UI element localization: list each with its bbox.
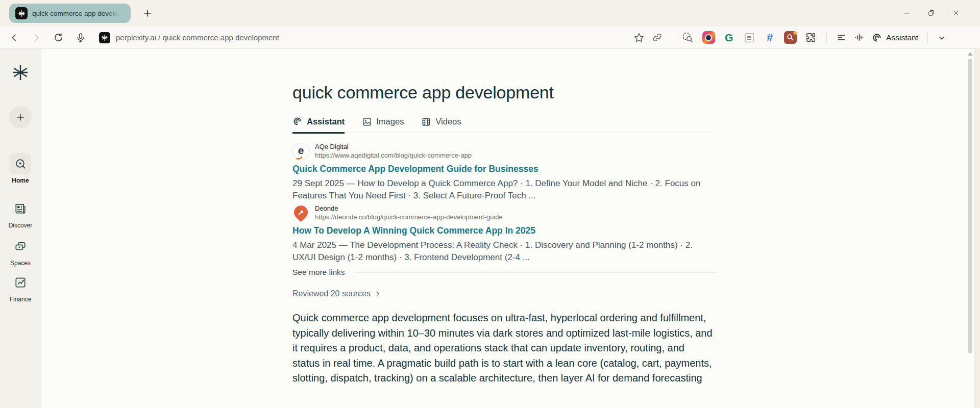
sidebar-item-spaces[interactable]: Spaces (0, 236, 41, 267)
nav-buttons (0, 32, 86, 43)
menu-lines-icon[interactable] (836, 32, 847, 43)
puzzle-extensions-icon[interactable] (804, 31, 817, 44)
search-home-icon (10, 153, 31, 174)
answer-text: Quick commerce app development focuses o… (292, 311, 713, 386)
result-site-name: AQe Digital (315, 143, 472, 151)
scrollbar-up-arrow-icon[interactable] (968, 52, 973, 56)
seo-extension-icon[interactable]: ★ (783, 31, 797, 44)
result-site-name: Deonde (315, 205, 503, 213)
scrollbar[interactable] (967, 50, 973, 408)
window-controls (894, 2, 968, 23)
mic-icon[interactable] (76, 33, 86, 43)
divider (354, 272, 718, 273)
bookmark-star-icon[interactable] (633, 32, 645, 43)
deonde-favicon: ↗ (292, 205, 309, 221)
screenshot-search-icon[interactable] (681, 31, 695, 44)
new-thread-button[interactable] (0, 106, 41, 129)
browser-window: quick commerce app develop (0, 0, 980, 408)
result-title-link[interactable]: Quick Commerce App Development Guide for… (292, 164, 718, 174)
copy-link-icon[interactable] (652, 32, 663, 43)
toolbar-right: G # ★ (633, 31, 980, 44)
perplexity-favicon-icon (99, 32, 110, 43)
refresh-icon[interactable] (53, 32, 64, 43)
new-tab-button[interactable] (142, 8, 153, 19)
sidebar-label: Discover (9, 222, 33, 229)
navigation-toolbar: perplexity.ai / quick commerce app devel… (0, 27, 980, 49)
finance-chart-icon (10, 272, 31, 293)
sidebar-item-home[interactable]: Home (0, 153, 41, 184)
tab-label: Videos (435, 117, 461, 126)
app-sidebar: Home Discover (0, 49, 41, 408)
sidebar-item-discover[interactable]: Discover (0, 198, 41, 229)
chevron-down-icon[interactable] (937, 33, 946, 42)
see-more-row: See more links (292, 268, 718, 277)
query-title: quick commerce app development (292, 83, 554, 103)
result-title-link[interactable]: How To Develop A Winning Quick Commerce … (292, 225, 718, 236)
toolbar-separator (672, 32, 672, 43)
result-snippet: 29 Sept 2025 — How to Develop a Quick Co… (292, 177, 715, 201)
search-result: ↗ Deonde https://deonde.co/blog/quick-co… (292, 205, 718, 263)
assistant-button[interactable]: Assistant (872, 33, 918, 43)
page-content: quick commerce app development Assistant (41, 49, 974, 408)
hash-extension-icon[interactable]: # (763, 31, 776, 44)
toolbar-separator (826, 32, 827, 43)
url-text: perplexity.ai / quick commerce app devel… (116, 33, 279, 42)
tab-title-fade (106, 5, 127, 21)
perplexity-logo (0, 63, 41, 82)
minimize-button[interactable] (894, 2, 919, 23)
address-bar[interactable]: perplexity.ai / quick commerce app devel… (99, 32, 279, 43)
plus-icon (15, 112, 26, 123)
see-more-links-button[interactable]: See more links (292, 268, 345, 277)
comet-icon (292, 116, 303, 126)
browser-tab[interactable]: quick commerce app develop (9, 4, 131, 23)
scrollbar-thumb[interactable] (968, 59, 972, 353)
perplexity-favicon-icon (15, 7, 28, 19)
tab-label: Assistant (307, 117, 345, 126)
tab-label: Images (376, 117, 404, 126)
spaces-boxes-icon (10, 236, 31, 257)
comet-assistant-icon (872, 33, 882, 43)
image-icon (362, 117, 372, 127)
sidebar-label: Spaces (10, 260, 31, 267)
tab-videos[interactable]: Videos (421, 116, 461, 133)
result-tabs: Assistant Images (292, 116, 718, 133)
toolbar-separator (927, 32, 928, 43)
tab-images[interactable]: Images (362, 116, 404, 133)
sidebar-item-finance[interactable]: Finance (0, 272, 41, 303)
film-icon (421, 117, 431, 127)
result-snippet: 4 Mar 2025 — The Development Process: A … (292, 239, 715, 263)
result-source[interactable]: e AQe Digital https://www.aqedigital.com… (292, 143, 718, 160)
tab-assistant[interactable]: Assistant (292, 116, 345, 134)
aqe-digital-favicon: e (292, 143, 309, 160)
voice-equalizer-icon[interactable] (854, 32, 865, 43)
notes-extension-icon[interactable] (743, 31, 756, 44)
window-edge (974, 49, 980, 408)
forward-icon[interactable] (31, 33, 41, 43)
newspaper-icon (10, 198, 31, 219)
camera-extension-icon[interactable] (702, 31, 715, 44)
result-url: https://www.aqedigital.com/blog/quick-co… (315, 151, 472, 160)
grammarly-icon[interactable]: G (722, 31, 736, 44)
sidebar-label: Finance (10, 296, 32, 303)
result-source[interactable]: ↗ Deonde https://deonde.co/blog/quick-co… (292, 205, 718, 221)
back-icon[interactable] (9, 33, 19, 43)
tab-bar: quick commerce app develop (0, 0, 980, 27)
close-button[interactable] (943, 2, 968, 23)
restore-button[interactable] (919, 2, 943, 23)
reviewed-sources-label: Reviewed 20 sources (292, 289, 371, 298)
result-url: https://deonde.co/blog/quick-commerce-ap… (315, 213, 503, 221)
sidebar-label: Home (12, 177, 29, 184)
search-result: e AQe Digital https://www.aqedigital.com… (292, 143, 718, 201)
assistant-label: Assistant (886, 33, 918, 42)
chevron-right-icon (374, 290, 381, 297)
reviewed-sources-button[interactable]: Reviewed 20 sources (292, 289, 381, 298)
